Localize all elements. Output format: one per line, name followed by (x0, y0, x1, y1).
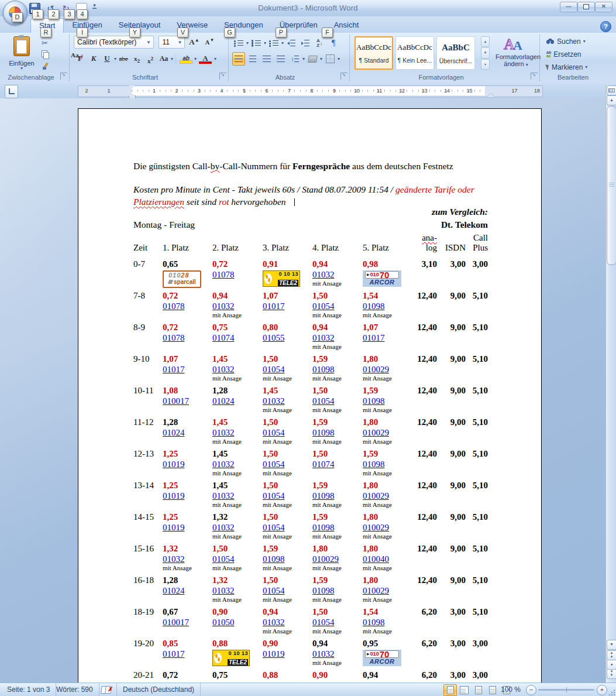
shading-dropdown[interactable]: ▾ (320, 57, 322, 61)
copy-button[interactable] (40, 49, 66, 62)
cbc-number-link[interactable]: 01098 (363, 301, 385, 311)
cbc-number-link[interactable]: 01054 (263, 427, 285, 438)
paragraph-dialog-launcher[interactable] (340, 73, 347, 80)
cbc-number-link[interactable]: 01054 (263, 585, 285, 596)
align-center-button[interactable] (246, 52, 259, 66)
cbc-number-link[interactable]: 01032 (163, 554, 185, 564)
cbc-number-link[interactable]: 010029 (363, 585, 389, 596)
cbc-number-link[interactable]: 010029 (363, 427, 389, 438)
cbc-number-link[interactable]: 01098 (363, 459, 385, 469)
cbc-number-link[interactable]: 01098 (363, 396, 385, 406)
spellcheck-status[interactable] (95, 683, 117, 696)
scroll-up-arrow[interactable]: ▲ (607, 95, 616, 105)
zoom-level[interactable]: 100 % (501, 683, 521, 696)
cbc-number-link[interactable]: 01098 (263, 554, 285, 564)
restore-button[interactable] (577, 2, 595, 12)
strikethrough-button[interactable]: abe (117, 52, 130, 66)
fullscreen-reading-view-button[interactable] (457, 684, 471, 696)
align-left-button[interactable] (232, 52, 245, 66)
resize-grip[interactable] (607, 688, 615, 695)
print-layout-view-button[interactable] (443, 684, 457, 696)
borders-dropdown[interactable]: ▾ (338, 57, 340, 61)
find-button[interactable]: Suchen▾ (546, 36, 586, 47)
subscript-button[interactable]: x2 (130, 52, 143, 66)
ruler-toggle-button[interactable] (607, 85, 616, 95)
document-page[interactable]: Die günstigsten Call-by-Call-Nummern für… (78, 108, 542, 683)
show-paragraph-marks-button[interactable]: ¶ (327, 36, 340, 50)
cbc-number-link[interactable]: 010040 (363, 554, 389, 564)
cbc-number-link[interactable]: 01032 (212, 427, 235, 438)
cbc-number-link[interactable]: 01019 (263, 649, 285, 659)
styles-gallery-expand[interactable]: ▾ (481, 59, 490, 70)
styles-dialog-launcher[interactable] (531, 73, 538, 80)
cbc-number-link[interactable]: 01017 (163, 364, 185, 375)
cbc-number-link[interactable]: 01017 (163, 649, 185, 659)
multilevel-list-button[interactable] (267, 36, 280, 50)
clipboard-dialog-launcher[interactable] (60, 73, 67, 80)
font-size-combo[interactable]: 11▼ (159, 36, 185, 49)
zoom-in-button[interactable]: + (597, 685, 607, 695)
change-styles-button[interactable]: AA Formatvorlagenändern ▾ (495, 36, 537, 76)
cbc-number-link[interactable]: 01019 (163, 522, 185, 533)
right-indent-marker[interactable] (488, 93, 494, 97)
zoom-out-button[interactable]: − (526, 685, 536, 695)
cbc-number-link[interactable]: 01054 (263, 364, 285, 375)
sort-button[interactable]: AZ↓ (313, 36, 326, 50)
line-spacing-dropdown[interactable]: ▾ (302, 57, 305, 61)
left-indent-marker[interactable] (129, 85, 135, 96)
cbc-number-link[interactable]: 01032 (312, 649, 335, 659)
cbc-number-link[interactable]: 01019 (163, 491, 185, 501)
cbc-number-link[interactable]: 01054 (263, 522, 285, 533)
cbc-number-link[interactable]: 01098 (312, 427, 335, 438)
shading-button[interactable] (306, 52, 319, 66)
select-browse-object-button[interactable]: ● (607, 660, 616, 670)
cbc-number-link[interactable]: 010029 (312, 554, 339, 564)
language-status[interactable]: Deutsch (Deutschland) (117, 683, 201, 696)
shrink-font-button[interactable]: A▼ (203, 34, 216, 47)
tab-verweise[interactable]: Verweise (168, 18, 216, 33)
zoom-slider-track[interactable] (538, 689, 594, 691)
select-button[interactable]: Markieren▾ (546, 61, 587, 73)
cbc-number-link[interactable]: 01032 (212, 585, 235, 596)
cbc-number-link[interactable]: 01054 (312, 301, 335, 311)
increase-indent-button[interactable] (299, 36, 312, 50)
multilevel-dropdown[interactable]: ▾ (281, 42, 284, 45)
cbc-number-link[interactable]: 01074 (212, 332, 235, 343)
minimize-button[interactable]: — (560, 2, 577, 12)
font-color-dropdown[interactable]: ▾ (214, 57, 216, 61)
cbc-number-link[interactable]: 01017 (263, 301, 285, 311)
numbering-dropdown[interactable]: ▾ (264, 42, 266, 45)
cbc-number-link[interactable]: 01050 (212, 617, 235, 628)
cbc-number-link[interactable]: 01098 (363, 617, 385, 628)
style-card-standard[interactable]: AaBbCcDc ¶ Standard (355, 36, 393, 70)
replace-button[interactable]: abacErsetzen (546, 49, 581, 60)
cbc-number-link[interactable]: 01098 (312, 491, 335, 501)
cbc-number-link[interactable]: 01032 (212, 522, 235, 533)
cbc-number-link[interactable]: 01098 (312, 522, 335, 533)
help-icon[interactable]: ? (600, 21, 611, 32)
cbc-number-link[interactable]: 01054 (263, 491, 285, 501)
numbering-button[interactable] (250, 36, 263, 50)
styles-scroll-down[interactable]: ▼ (481, 47, 490, 58)
highlight-button[interactable]: ab (178, 52, 194, 66)
italic-button[interactable]: K (87, 52, 100, 66)
change-case-button[interactable]: Aa (157, 52, 170, 66)
cbc-number-link[interactable]: 01017 (363, 332, 385, 343)
scroll-down-arrow[interactable]: ▼ (607, 640, 616, 650)
cbc-number-link[interactable]: 01055 (263, 332, 285, 343)
cbc-number-link[interactable]: 01078 (163, 332, 185, 343)
bullets-dropdown[interactable]: ▾ (246, 42, 249, 45)
cbc-number-link[interactable]: 01054 (263, 459, 285, 469)
font-dialog-launcher[interactable] (219, 73, 226, 80)
cbc-number-link[interactable]: 01032 (212, 491, 235, 501)
cbc-number-link[interactable]: 01074 (312, 459, 335, 469)
cbc-number-link[interactable]: 01098 (312, 585, 335, 596)
cbc-number-link[interactable]: 01032 (212, 301, 235, 311)
page-count-status[interactable]: Seite: 1 von 3 (1, 683, 56, 696)
cbc-number-link[interactable]: 01032 (263, 396, 285, 406)
superscript-button[interactable]: x2 (144, 52, 157, 66)
font-color-button[interactable]: A (197, 52, 214, 66)
styles-scroll-up[interactable]: ▲ (481, 36, 490, 47)
style-card-kein-leerraum[interactable]: AaBbCcDc ¶ Kein Lee... (395, 36, 434, 70)
cut-button[interactable]: ✂ (40, 37, 66, 50)
